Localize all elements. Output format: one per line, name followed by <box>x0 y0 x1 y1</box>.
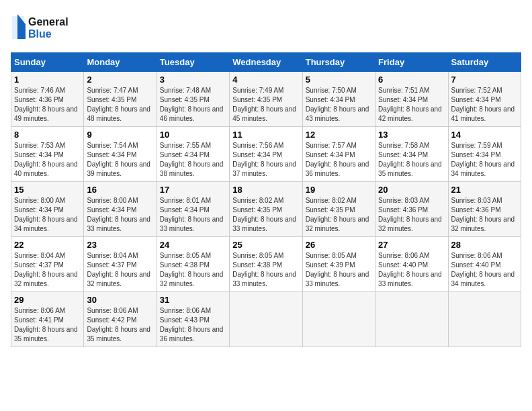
calendar-cell: 29Sunrise: 8:06 AMSunset: 4:41 PMDayligh… <box>11 292 84 347</box>
svg-text:General: General <box>28 16 69 28</box>
calendar-cell: 5Sunrise: 7:50 AMSunset: 4:34 PMDaylight… <box>302 72 375 127</box>
day-info: Sunrise: 7:47 AMSunset: 4:35 PMDaylight:… <box>87 86 153 124</box>
day-info: Sunrise: 8:06 AMSunset: 4:42 PMDaylight:… <box>87 306 153 344</box>
day-info: Sunrise: 8:02 AMSunset: 4:35 PMDaylight:… <box>232 196 299 234</box>
calendar-cell <box>302 292 375 347</box>
day-number: 5 <box>306 75 372 85</box>
calendar-cell: 23Sunrise: 8:04 AMSunset: 4:37 PMDayligh… <box>84 237 157 292</box>
day-info: Sunrise: 8:01 AMSunset: 4:34 PMDaylight:… <box>160 196 226 234</box>
day-header-monday: Monday <box>84 53 157 72</box>
day-number: 13 <box>378 130 445 140</box>
day-info: Sunrise: 7:52 AMSunset: 4:34 PMDaylight:… <box>451 86 518 124</box>
day-header-saturday: Saturday <box>448 53 521 72</box>
day-number: 24 <box>160 240 226 250</box>
logo: GeneralBlue <box>11 11 71 44</box>
day-info: Sunrise: 8:06 AMSunset: 4:43 PMDaylight:… <box>160 306 226 344</box>
calendar-cell: 17Sunrise: 8:01 AMSunset: 4:34 PMDayligh… <box>157 182 229 237</box>
day-info: Sunrise: 7:55 AMSunset: 4:34 PMDaylight:… <box>160 141 226 179</box>
calendar-cell: 30Sunrise: 8:06 AMSunset: 4:42 PMDayligh… <box>84 292 157 347</box>
day-header-thursday: Thursday <box>302 53 375 72</box>
day-number: 25 <box>232 240 299 250</box>
day-info: Sunrise: 8:00 AMSunset: 4:34 PMDaylight:… <box>87 196 153 234</box>
day-number: 20 <box>378 185 445 195</box>
day-info: Sunrise: 7:46 AMSunset: 4:36 PMDaylight:… <box>14 86 81 124</box>
day-header-tuesday: Tuesday <box>157 53 229 72</box>
day-info: Sunrise: 8:05 AMSunset: 4:38 PMDaylight:… <box>232 251 299 289</box>
day-number: 28 <box>451 240 518 250</box>
day-number: 26 <box>306 240 372 250</box>
day-info: Sunrise: 7:59 AMSunset: 4:34 PMDaylight:… <box>451 141 518 179</box>
svg-text:Blue: Blue <box>28 28 52 40</box>
calendar-cell: 31Sunrise: 8:06 AMSunset: 4:43 PMDayligh… <box>157 292 229 347</box>
day-number: 4 <box>232 75 299 85</box>
day-info: Sunrise: 7:54 AMSunset: 4:34 PMDaylight:… <box>87 141 153 179</box>
days-header-row: SundayMondayTuesdayWednesdayThursdayFrid… <box>11 53 521 72</box>
calendar-cell: 11Sunrise: 7:56 AMSunset: 4:34 PMDayligh… <box>230 127 302 182</box>
day-number: 9 <box>87 130 153 140</box>
day-number: 8 <box>14 130 81 140</box>
day-number: 18 <box>232 185 299 195</box>
calendar-cell: 1Sunrise: 7:46 AMSunset: 4:36 PMDaylight… <box>11 72 84 127</box>
day-number: 15 <box>14 185 81 195</box>
calendar-cell: 12Sunrise: 7:57 AMSunset: 4:34 PMDayligh… <box>302 127 375 182</box>
day-number: 1 <box>14 75 81 85</box>
calendar-cell: 16Sunrise: 8:00 AMSunset: 4:34 PMDayligh… <box>84 182 157 237</box>
calendar-week-row: 8Sunrise: 7:53 AMSunset: 4:34 PMDaylight… <box>11 127 521 182</box>
day-info: Sunrise: 7:58 AMSunset: 4:34 PMDaylight:… <box>378 141 445 179</box>
day-info: Sunrise: 7:48 AMSunset: 4:35 PMDaylight:… <box>160 86 226 124</box>
calendar-cell: 14Sunrise: 7:59 AMSunset: 4:34 PMDayligh… <box>448 127 521 182</box>
calendar-cell: 25Sunrise: 8:05 AMSunset: 4:38 PMDayligh… <box>230 237 302 292</box>
day-number: 3 <box>160 75 226 85</box>
day-info: Sunrise: 8:06 AMSunset: 4:40 PMDaylight:… <box>378 251 445 289</box>
day-number: 16 <box>87 185 153 195</box>
day-info: Sunrise: 7:49 AMSunset: 4:35 PMDaylight:… <box>232 86 299 124</box>
day-number: 6 <box>378 75 445 85</box>
day-number: 12 <box>306 130 372 140</box>
calendar-week-row: 29Sunrise: 8:06 AMSunset: 4:41 PMDayligh… <box>11 292 521 347</box>
day-number: 31 <box>160 295 226 305</box>
day-info: Sunrise: 7:50 AMSunset: 4:34 PMDaylight:… <box>306 86 372 124</box>
calendar-cell: 24Sunrise: 8:05 AMSunset: 4:38 PMDayligh… <box>157 237 229 292</box>
day-info: Sunrise: 7:56 AMSunset: 4:34 PMDaylight:… <box>232 141 299 179</box>
calendar-cell: 22Sunrise: 8:04 AMSunset: 4:37 PMDayligh… <box>11 237 84 292</box>
day-info: Sunrise: 8:03 AMSunset: 4:36 PMDaylight:… <box>378 196 445 234</box>
day-info: Sunrise: 8:03 AMSunset: 4:36 PMDaylight:… <box>451 196 518 234</box>
day-number: 29 <box>14 295 81 305</box>
calendar-cell: 3Sunrise: 7:48 AMSunset: 4:35 PMDaylight… <box>157 72 229 127</box>
day-info: Sunrise: 8:00 AMSunset: 4:34 PMDaylight:… <box>14 196 81 234</box>
calendar-cell <box>448 292 521 347</box>
calendar-cell: 8Sunrise: 7:53 AMSunset: 4:34 PMDaylight… <box>11 127 84 182</box>
calendar-cell: 13Sunrise: 7:58 AMSunset: 4:34 PMDayligh… <box>375 127 448 182</box>
calendar-cell: 6Sunrise: 7:51 AMSunset: 4:34 PMDaylight… <box>375 72 448 127</box>
calendar-week-row: 22Sunrise: 8:04 AMSunset: 4:37 PMDayligh… <box>11 237 521 292</box>
day-info: Sunrise: 8:05 AMSunset: 4:39 PMDaylight:… <box>306 251 372 289</box>
day-info: Sunrise: 8:05 AMSunset: 4:38 PMDaylight:… <box>160 251 226 289</box>
day-number: 22 <box>14 240 81 250</box>
day-header-friday: Friday <box>375 53 448 72</box>
day-number: 7 <box>451 75 518 85</box>
day-info: Sunrise: 8:06 AMSunset: 4:41 PMDaylight:… <box>14 306 81 344</box>
calendar-cell: 20Sunrise: 8:03 AMSunset: 4:36 PMDayligh… <box>375 182 448 237</box>
calendar-cell: 2Sunrise: 7:47 AMSunset: 4:35 PMDaylight… <box>84 72 157 127</box>
day-info: Sunrise: 8:02 AMSunset: 4:35 PMDaylight:… <box>306 196 372 234</box>
calendar-week-row: 1Sunrise: 7:46 AMSunset: 4:36 PMDaylight… <box>11 72 521 127</box>
page-header: GeneralBlue <box>11 11 521 44</box>
day-header-wednesday: Wednesday <box>230 53 302 72</box>
day-number: 11 <box>232 130 299 140</box>
calendar-week-row: 15Sunrise: 8:00 AMSunset: 4:34 PMDayligh… <box>11 182 521 237</box>
day-number: 14 <box>451 130 518 140</box>
day-number: 21 <box>451 185 518 195</box>
day-number: 30 <box>87 295 153 305</box>
calendar-cell: 27Sunrise: 8:06 AMSunset: 4:40 PMDayligh… <box>375 237 448 292</box>
calendar-cell: 28Sunrise: 8:06 AMSunset: 4:40 PMDayligh… <box>448 237 521 292</box>
calendar-cell <box>375 292 448 347</box>
calendar-body: 1Sunrise: 7:46 AMSunset: 4:36 PMDaylight… <box>11 72 521 347</box>
calendar-cell: 4Sunrise: 7:49 AMSunset: 4:35 PMDaylight… <box>230 72 302 127</box>
calendar-cell: 21Sunrise: 8:03 AMSunset: 4:36 PMDayligh… <box>448 182 521 237</box>
calendar-cell: 10Sunrise: 7:55 AMSunset: 4:34 PMDayligh… <box>157 127 229 182</box>
calendar-cell: 18Sunrise: 8:02 AMSunset: 4:35 PMDayligh… <box>230 182 302 237</box>
calendar-cell: 15Sunrise: 8:00 AMSunset: 4:34 PMDayligh… <box>11 182 84 237</box>
calendar-cell: 19Sunrise: 8:02 AMSunset: 4:35 PMDayligh… <box>302 182 375 237</box>
calendar-table: SundayMondayTuesdayWednesdayThursdayFrid… <box>11 52 521 347</box>
day-number: 10 <box>160 130 226 140</box>
